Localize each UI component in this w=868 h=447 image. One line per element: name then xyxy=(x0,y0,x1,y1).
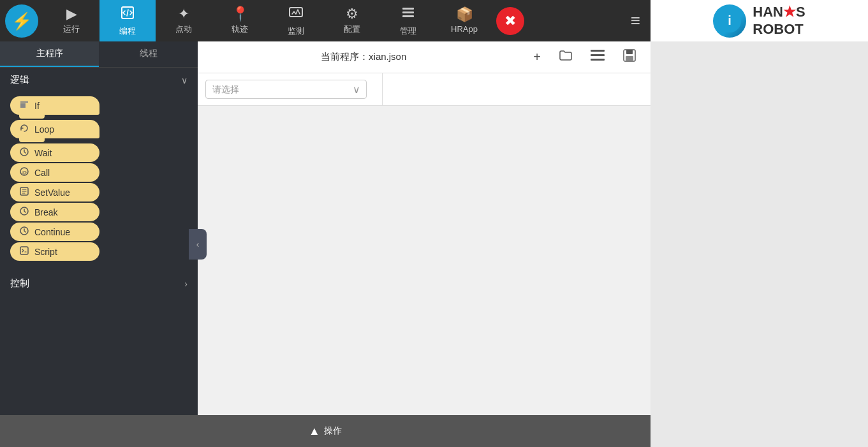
continue-label: Continue xyxy=(34,227,70,237)
logic-section-header[interactable]: 逻辑 ∨ xyxy=(0,68,198,92)
topbar-hrapp-label: HRApp xyxy=(451,24,478,34)
content-area: 当前程序：xian.json + 请选择 ∨ xyxy=(198,41,651,447)
move-icon: ✦ xyxy=(178,7,189,21)
list-item[interactable]: @ Call xyxy=(10,163,99,182)
play-icon: ▶ xyxy=(66,7,77,21)
call-icon: @ xyxy=(19,167,29,178)
bluetooth-icon: ✖ xyxy=(504,14,516,28)
wait-label: Wait xyxy=(34,148,52,158)
program-select[interactable]: 请选择 xyxy=(205,80,367,99)
topbar-yunxing-label: 运行 xyxy=(63,24,80,35)
setvalue-label: SetValue xyxy=(34,187,70,198)
dropdown-area: 请选择 ∨ xyxy=(198,73,383,105)
break-label: Break xyxy=(34,207,58,217)
svg-rect-15 xyxy=(591,54,605,56)
topbar-biancheng[interactable]: 编程 xyxy=(99,0,156,41)
list-item[interactable]: Break xyxy=(10,203,99,221)
topbar-hrapp[interactable]: 📦 HRApp xyxy=(436,0,492,41)
loop-icon xyxy=(19,124,29,135)
hrapp-icon: 📦 xyxy=(456,8,473,22)
topbar-yunxing[interactable]: ▶ 运行 xyxy=(43,0,99,41)
main-area: 主程序 线程 逻辑 ∨ If xyxy=(0,41,651,447)
script-icon xyxy=(19,246,29,257)
list-item[interactable]: SetValue xyxy=(10,183,99,202)
svg-rect-14 xyxy=(591,50,605,52)
continue-icon xyxy=(19,226,29,237)
if-label: If xyxy=(34,101,40,111)
logo-icon: ⚡ xyxy=(11,13,32,29)
logic-items-list: If Loop Wait xyxy=(0,92,198,265)
svg-rect-16 xyxy=(591,59,605,61)
sidebar: 主程序 线程 逻辑 ∨ If xyxy=(0,41,198,447)
action-up-icon: ▲ xyxy=(309,425,320,438)
topbar-bluetooth[interactable]: ✖ xyxy=(496,7,524,35)
svg-rect-18 xyxy=(626,50,633,54)
menu-button[interactable]: ≡ xyxy=(621,11,651,31)
dropdown-row: 请选择 ∨ xyxy=(198,73,651,106)
svg-rect-3 xyxy=(402,11,414,13)
action-label: 操作 xyxy=(324,425,342,437)
script-label: Script xyxy=(34,247,57,257)
content-header: 当前程序：xian.json + xyxy=(198,41,651,73)
list-item[interactable]: If xyxy=(10,96,99,115)
if-icon xyxy=(19,100,29,111)
topbar-logo[interactable]: ⚡ xyxy=(5,4,38,38)
setvalue-icon xyxy=(19,187,29,198)
control-section-label: 控制 xyxy=(10,277,29,289)
code-icon xyxy=(120,5,135,23)
chevron-left-icon: ‹ xyxy=(196,239,200,249)
topbar-guanli[interactable]: 管理 xyxy=(380,0,436,41)
logo-area: i HAN★S ROBOT xyxy=(651,0,868,41)
hamburger-icon: ≡ xyxy=(631,11,640,30)
logo-icon-circle: i xyxy=(713,4,746,38)
list-item[interactable]: Loop xyxy=(10,120,99,138)
topbar-jiance[interactable]: 监测 xyxy=(268,0,324,41)
folder-button[interactable] xyxy=(555,46,577,68)
logo-text: HAN★S ROBOT xyxy=(753,4,805,38)
path-icon: 📍 xyxy=(232,7,249,21)
svg-text:i: i xyxy=(728,13,732,27)
topbar-guanli-label: 管理 xyxy=(400,26,416,37)
svg-rect-13 xyxy=(20,247,28,254)
settings-icon: ⚙ xyxy=(346,7,358,21)
svg-rect-2 xyxy=(402,8,414,10)
list-item[interactable]: Wait xyxy=(10,143,99,162)
sidebar-tabs: 主程序 线程 xyxy=(0,41,198,68)
svg-text:@: @ xyxy=(22,170,27,175)
topbar-peizhi-label: 配置 xyxy=(344,24,360,35)
logic-section-label: 逻辑 xyxy=(10,74,29,86)
wait-icon xyxy=(19,147,29,158)
list-button[interactable] xyxy=(587,47,608,67)
loop-label: Loop xyxy=(34,124,54,135)
tab-main[interactable]: 主程序 xyxy=(0,41,99,67)
manage-icon xyxy=(401,5,416,23)
call-label: Call xyxy=(34,168,50,178)
topbar-biancheng-label: 编程 xyxy=(119,26,136,37)
current-program-title: 当前程序：xian.json xyxy=(208,51,519,63)
sidebar-collapse-button[interactable]: ‹ xyxy=(189,229,207,260)
action-bar: ▲ 操作 xyxy=(0,415,651,447)
control-chevron-right-icon: › xyxy=(184,279,188,289)
logic-chevron-down-icon: ∨ xyxy=(181,75,188,85)
list-item[interactable]: Script xyxy=(10,242,99,261)
topbar-diaodong[interactable]: ✦ 点动 xyxy=(156,0,212,41)
svg-rect-19 xyxy=(626,56,633,61)
svg-rect-4 xyxy=(402,15,414,17)
topbar-diaodong-label: 点动 xyxy=(175,24,192,35)
topbar-peizhi[interactable]: ⚙ 配置 xyxy=(324,0,380,41)
svg-rect-1 xyxy=(290,8,302,17)
canvas-area xyxy=(383,73,651,105)
monitor-icon xyxy=(288,5,304,23)
topbar: ⚡ ▶ 运行 编程 ✦ 点动 📍 轨迹 监测 ⚙ 配置 管理 📦 HRApp xyxy=(0,0,651,41)
control-section-header[interactable]: 控制 › xyxy=(0,271,198,296)
save-button[interactable] xyxy=(619,46,640,68)
tab-thread[interactable]: 线程 xyxy=(99,41,198,67)
topbar-jiance-label: 监测 xyxy=(288,26,304,37)
topbar-guiji[interactable]: 📍 轨迹 xyxy=(212,0,268,41)
list-item[interactable]: Continue xyxy=(10,223,99,241)
topbar-guiji-label: 轨迹 xyxy=(232,24,248,35)
break-icon xyxy=(19,207,29,217)
add-button[interactable]: + xyxy=(529,47,545,67)
